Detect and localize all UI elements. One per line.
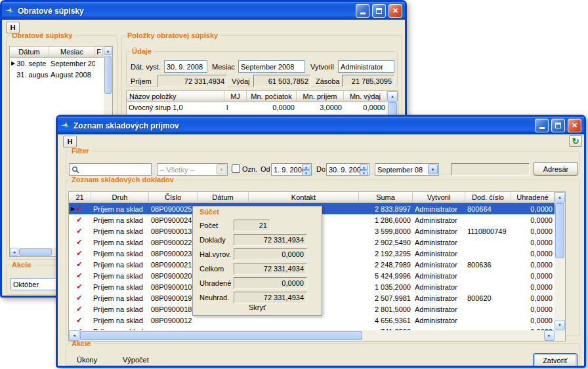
sum-value-field: 21 — [234, 220, 270, 231]
column-header-mn-pociatok[interactable]: Mn. počiatok — [247, 91, 297, 102]
groupbox-akcie: Akcie Úkony Výpočet Zatvoriť — [66, 340, 580, 366]
scroll-thumb[interactable] — [80, 331, 362, 340]
column-header-druh[interactable]: Druh — [91, 192, 149, 203]
minimize-icon — [539, 127, 545, 129]
table-row[interactable]: ▶31. augus August 2008 — [10, 69, 104, 80]
scroll-up-button[interactable]: ▲ — [555, 192, 565, 203]
titlebar-obratove-supisky[interactable]: Obratové súpisky ✕ — [2, 2, 405, 20]
checked-icon: ✔ — [76, 249, 82, 258]
column-header-nazov[interactable]: Názov položky — [127, 91, 224, 102]
column-header-f[interactable]: F — [95, 47, 103, 58]
dropdown-value: September 08 — [377, 166, 423, 174]
groupbox-filter: Filter -- Všetky -- ▼ Ozn. Od 1. 9. 2008… — [66, 147, 580, 174]
cell-dod-cislo — [465, 303, 511, 315]
column-header-mesiac[interactable]: Mesiac — [49, 47, 95, 58]
scroll-thumb[interactable] — [104, 56, 112, 94]
scroll-up-button[interactable]: ▲ — [387, 91, 398, 102]
type-dropdown[interactable]: -- Všetky -- ▼ — [157, 163, 228, 176]
cell-druh: Príjem na sklad — [91, 259, 149, 270]
scroll-left-button[interactable]: ◄ — [10, 248, 18, 256]
table-row[interactable]: ▶30. septe September 2008 — [10, 58, 104, 69]
maximize-button[interactable] — [551, 119, 565, 132]
dat-vyst-field[interactable]: 30. 9. 2008 — [164, 60, 207, 73]
column-header-mj[interactable]: MJ — [224, 91, 247, 102]
sum-value-field: 72 331,4934 — [234, 263, 307, 275]
help-button[interactable]: H — [63, 136, 77, 147]
scroll-thumb[interactable] — [555, 203, 564, 258]
cell-datum — [198, 315, 249, 326]
maximize-button[interactable] — [372, 4, 386, 18]
column-header-dod-cislo[interactable]: Dod. číslo — [465, 192, 511, 203]
cell-druh: Príjem na sklad — [91, 303, 149, 315]
minimize-button[interactable] — [356, 4, 369, 18]
scroll-up-button[interactable]: ▲ — [104, 47, 112, 55]
cell-suma: 2 902,5490 — [359, 237, 413, 248]
cell-suma: 4 656,9361 — [359, 315, 413, 326]
cell-dod-cislo — [465, 315, 511, 326]
ukony-button[interactable]: Úkony — [77, 356, 97, 364]
search-input[interactable] — [69, 163, 152, 176]
up-arrow-icon: ▲ — [390, 94, 394, 98]
cell-vytvoril: Administrator — [413, 248, 465, 259]
date-to-spinner[interactable]: ▲ ▼ — [360, 165, 368, 174]
cell-cislo: 08P0900010 — [149, 281, 198, 292]
date-from-spinner[interactable]: ▲ ▼ — [302, 165, 310, 174]
date-to-field[interactable]: 30. 9. 2008 ▲ ▼ — [326, 163, 369, 176]
spin-up-icon[interactable]: ▲ — [302, 165, 310, 170]
column-header-datum[interactable]: Dátum — [10, 47, 49, 58]
vypocet-button[interactable]: Výpočet — [123, 356, 149, 364]
refresh-button[interactable]: ↻ — [569, 135, 582, 147]
documents-table-header: 21 Druh Číslo Dátum Kontakt Suma Vytvori… — [69, 192, 565, 203]
cell-cislo: 08P0900012 — [149, 315, 198, 326]
month-dropdown[interactable]: September 08 ▼ — [375, 163, 439, 176]
spin-up-icon[interactable]: ▲ — [360, 165, 368, 170]
dropdown-arrow-icon[interactable]: ▼ — [428, 165, 438, 174]
cell-uhradene: 0,0000 — [511, 248, 555, 259]
vertical-scrollbar[interactable]: ▲ ▼ — [555, 192, 565, 330]
column-header-mn-vydaj[interactable]: Mn. výdaj — [344, 91, 387, 102]
close-button[interactable]: ✕ — [388, 4, 402, 18]
adresar-button[interactable]: Adresár — [534, 162, 578, 176]
dropdown-arrow-icon[interactable]: ▼ — [217, 165, 226, 174]
column-header-vytvoril[interactable]: Vytvoril — [413, 192, 465, 203]
spin-down-icon[interactable]: ▼ — [302, 170, 310, 176]
ozn-label[interactable]: Ozn. — [242, 165, 257, 173]
column-header-datum[interactable]: Dátum — [198, 192, 249, 203]
groupbox-label: Filter — [70, 147, 91, 155]
cell-druh: Príjem na sklad — [91, 237, 149, 248]
groupbox-label: Obratové súpisky — [10, 31, 74, 39]
scroll-down-button[interactable]: ▼ — [555, 320, 565, 330]
table-row[interactable]: ▶✔ Príjem na sklad 08P0900012 4 656,9361… — [69, 315, 555, 326]
column-header-uhradene[interactable]: Uhradené — [511, 192, 555, 203]
cell-dod-cislo: 800664 — [465, 203, 511, 214]
app-icon — [5, 6, 15, 16]
column-header-suma[interactable]: Suma — [359, 192, 413, 203]
scroll-thumb[interactable] — [19, 248, 52, 256]
minimize-icon — [360, 12, 366, 14]
table-row[interactable]: ▶✔ Príjem na sklad 741,2500 0,0000 — [69, 326, 555, 330]
titlebar-zoznam-prijmov[interactable]: Zoznam skladových príjmov ✕ — [58, 117, 584, 134]
spin-down-icon[interactable]: ▼ — [360, 170, 368, 176]
maximize-icon — [555, 123, 561, 128]
sum-label: Neuhrad. — [200, 294, 229, 301]
date-from-field[interactable]: 1. 9. 2008 ▲ ▼ — [271, 163, 312, 176]
ozn-checkbox[interactable] — [232, 165, 240, 173]
minimize-button[interactable] — [535, 119, 549, 132]
groupbox-label: Položky obratovej súpisky — [125, 31, 220, 39]
column-header-mn-prijem[interactable]: Mn. príjem — [297, 91, 344, 102]
close-button[interactable]: ✕ — [568, 119, 581, 132]
zatvorit-button[interactable]: Zatvoriť — [533, 353, 578, 366]
checked-icon: ✔ — [76, 282, 82, 291]
cell-cislo: 08P0900023 — [149, 248, 198, 259]
column-header-count[interactable]: 21 — [69, 192, 91, 203]
vytvoril-field[interactable]: Administrator — [338, 60, 394, 73]
extra-filter-field[interactable] — [451, 163, 530, 176]
table-row[interactable]: Ovocný sirup 1,0 l 0,0000 3,0000 0,0000 — [127, 102, 387, 113]
sum-value-field: 72 331,4934 — [234, 292, 307, 303]
supisky-table-header: Dátum Mesiac F — [10, 47, 112, 58]
column-header-cislo[interactable]: Číslo — [149, 192, 198, 203]
skryt-button[interactable]: Skryť — [249, 303, 266, 311]
mesiac-field[interactable]: September 2008 — [238, 60, 305, 73]
column-header-kontakt[interactable]: Kontakt — [249, 192, 359, 203]
cell-cislo: 08P0900022 — [149, 237, 198, 248]
